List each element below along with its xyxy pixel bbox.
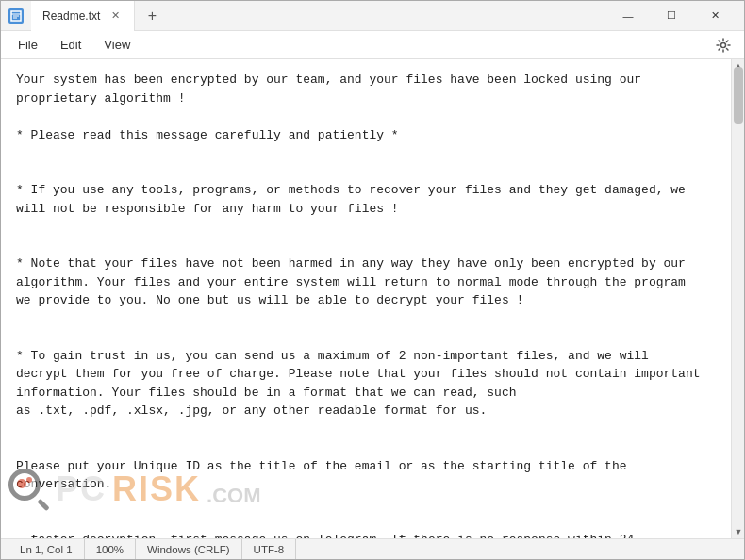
status-bar: Ln 1, Col 1 100% Windows (CRLF) UTF-8 <box>1 538 744 559</box>
minimize-button[interactable]: — <box>606 1 650 31</box>
content-area: Your system has been encrypted by our te… <box>1 59 744 538</box>
title-bar: Readme.txt ✕ + — ☐ ✕ <box>1 1 744 31</box>
menu-bar: File Edit View <box>1 31 744 59</box>
status-encoding: UTF-8 <box>242 539 297 559</box>
settings-icon[interactable] <box>710 32 737 58</box>
new-tab-button[interactable]: + <box>139 3 165 29</box>
menu-file[interactable]: File <box>8 34 47 56</box>
maximize-button[interactable]: ☐ <box>650 1 693 31</box>
window-controls: — ☐ ✕ <box>606 1 737 31</box>
content-wrapper: Your system has been encrypted by our te… <box>1 59 744 538</box>
scrollbar-track[interactable]: ▲ ▼ <box>731 59 744 538</box>
menu-edit[interactable]: Edit <box>51 34 91 56</box>
menu-view[interactable]: View <box>94 34 140 56</box>
main-window: Readme.txt ✕ + — ☐ ✕ File Edit View Your… <box>0 0 745 560</box>
scrollbar-thumb[interactable] <box>734 67 743 124</box>
tab-label: Readme.txt <box>42 9 100 23</box>
status-line-ending: Windows (CRLF) <box>136 539 242 559</box>
close-button[interactable]: ✕ <box>693 1 737 31</box>
tab-close-button[interactable]: ✕ <box>108 8 123 24</box>
app-icon <box>8 8 24 24</box>
status-zoom: 100% <box>85 539 136 559</box>
status-position: Ln 1, Col 1 <box>8 539 85 559</box>
text-editor[interactable]: Your system has been encrypted by our te… <box>1 59 731 538</box>
tab-area: Readme.txt ✕ + <box>31 1 606 31</box>
svg-point-4 <box>721 42 726 47</box>
scrollbar-down-arrow[interactable]: ▼ <box>732 525 744 538</box>
tab-readme[interactable]: Readme.txt ✕ <box>31 1 135 31</box>
